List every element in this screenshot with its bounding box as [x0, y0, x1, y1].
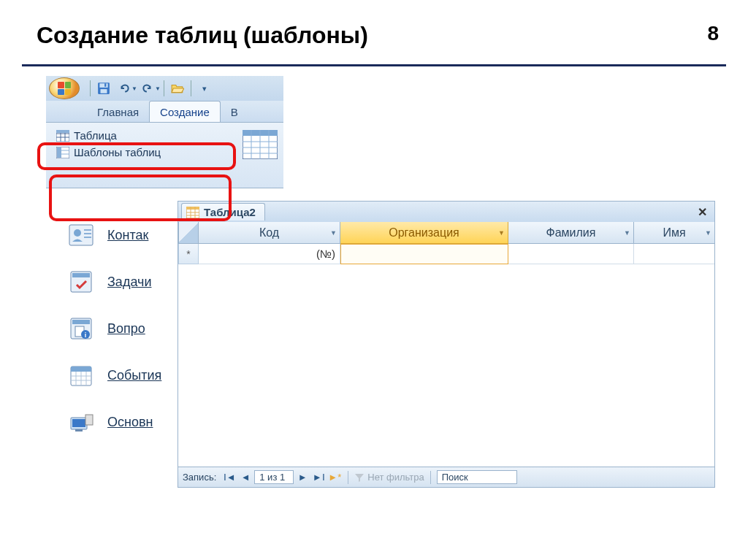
column-label: Фамилия — [546, 226, 596, 239]
column-header-id[interactable]: Код▼ — [199, 222, 340, 244]
search-input[interactable]: Поиск — [437, 470, 517, 484]
filter-status: Нет фильтра — [354, 472, 424, 483]
svg-rect-35 — [71, 367, 91, 372]
title-underline — [22, 64, 726, 66]
separator — [430, 471, 431, 484]
new-record-indicator-icon[interactable]: * — [178, 244, 199, 264]
column-label: Имя — [663, 226, 685, 239]
column-headers: Код▼ Организация▼ Фамилия▼ Имя▼ — [178, 222, 714, 244]
funnel-icon — [354, 472, 365, 483]
svg-rect-2 — [101, 89, 107, 93]
cell-id[interactable]: (№) — [199, 244, 340, 264]
close-icon[interactable]: ✕ — [693, 205, 711, 219]
tasks-icon — [68, 269, 94, 295]
column-label: Организация — [389, 226, 459, 239]
column-label: Код — [259, 226, 279, 239]
table-icon — [56, 130, 69, 142]
assets-icon — [68, 409, 94, 435]
cell-lastname[interactable] — [508, 244, 634, 264]
slide-title: Создание таблиц (шаблоны) — [37, 22, 368, 49]
template-item-label: Задачи — [107, 275, 151, 290]
filter-label: Нет фильтра — [367, 472, 424, 483]
svg-rect-25 — [84, 233, 91, 234]
svg-rect-28 — [72, 273, 90, 277]
chevron-down-icon[interactable]: ▼ — [705, 229, 711, 237]
qat-separator — [164, 80, 164, 96]
cell-org-active[interactable] — [340, 244, 508, 264]
chevron-down-icon[interactable]: ▼ — [498, 229, 505, 237]
column-header-name[interactable]: Имя▼ — [634, 222, 714, 244]
events-icon — [68, 362, 94, 388]
template-item-label: Вопро — [107, 321, 145, 337]
svg-rect-24 — [84, 229, 91, 231]
office-button[interactable] — [49, 77, 80, 99]
document-tab-bar: Таблица2 ✕ — [178, 202, 714, 222]
nav-new-icon[interactable]: ►* — [327, 470, 342, 485]
qat-separator — [191, 80, 191, 96]
datasheet-view: Таблица2 ✕ Код▼ Организация▼ Фамилия▼ Им… — [178, 201, 715, 488]
svg-point-23 — [74, 229, 81, 237]
templates-dropdown-menu: Контак Задачи i Вопро События Основн — [61, 212, 185, 445]
quick-access-toolbar: ▼ ▼ ▾ — [46, 76, 283, 101]
nav-position[interactable]: 1 из 1 — [254, 470, 294, 484]
select-all-corner[interactable] — [178, 222, 199, 244]
chevron-down-icon[interactable]: ▼ — [330, 229, 337, 237]
template-item-label: События — [107, 368, 161, 383]
save-icon[interactable] — [94, 79, 113, 98]
svg-rect-43 — [75, 429, 83, 431]
column-header-lastname[interactable]: Фамилия▼ — [508, 222, 634, 244]
tab-partial[interactable]: В — [221, 101, 241, 122]
open-folder-icon[interactable] — [168, 79, 187, 98]
nav-next-icon[interactable]: ► — [295, 470, 310, 485]
contacts-icon — [68, 222, 94, 248]
template-item-label: Основн — [107, 415, 153, 430]
highlight-contacts-item — [49, 174, 232, 221]
chevron-down-icon[interactable]: ▼ — [624, 229, 630, 237]
separator — [348, 471, 348, 484]
nav-prev-icon[interactable]: ◄ — [238, 470, 253, 485]
ribbon-large-table-icon[interactable] — [243, 130, 278, 159]
redo-dropdown-icon[interactable]: ▼ — [155, 85, 161, 92]
column-header-org[interactable]: Организация▼ — [340, 222, 508, 244]
svg-rect-44 — [85, 415, 93, 425]
ribbon-cmd-table-label: Таблица — [74, 129, 117, 142]
cell-input[interactable] — [346, 248, 503, 261]
svg-rect-3 — [104, 83, 106, 87]
template-item-events[interactable]: События — [61, 352, 185, 399]
nav-label: Запись: — [183, 472, 216, 483]
highlight-templates-cmd — [37, 142, 236, 170]
svg-rect-30 — [72, 320, 90, 324]
new-record-row[interactable]: * (№) — [178, 244, 714, 264]
tab-create[interactable]: Создание — [149, 101, 221, 122]
slide-number: 8 — [707, 22, 719, 45]
template-item-label: Контак — [107, 228, 148, 243]
svg-text:i: i — [85, 331, 87, 339]
questions-icon: i — [68, 315, 94, 342]
qat-customize-icon[interactable]: ▾ — [195, 79, 214, 98]
record-navigation-bar: Запись: Ⅰ◄ ◄ 1 из 1 ► ►Ⅰ ►* Нет фильтра … — [178, 467, 714, 487]
tab-home[interactable]: Главная — [87, 101, 149, 122]
nav-last-icon[interactable]: ►Ⅰ — [311, 470, 326, 485]
cell-name[interactable] — [634, 244, 714, 264]
template-item-main[interactable]: Основн — [61, 399, 185, 445]
nav-first-icon[interactable]: Ⅰ◄ — [222, 470, 237, 485]
svg-rect-1 — [99, 83, 107, 88]
ribbon-tabs: Главная Создание В — [46, 101, 283, 123]
undo-dropdown-icon[interactable]: ▼ — [131, 85, 137, 92]
svg-rect-22 — [69, 225, 93, 245]
qat-separator — [90, 80, 91, 96]
svg-rect-42 — [72, 419, 85, 427]
svg-rect-9 — [56, 130, 69, 133]
svg-rect-26 — [84, 237, 91, 238]
template-item-questions[interactable]: i Вопро — [61, 305, 185, 352]
template-item-tasks[interactable]: Задачи — [61, 258, 185, 305]
